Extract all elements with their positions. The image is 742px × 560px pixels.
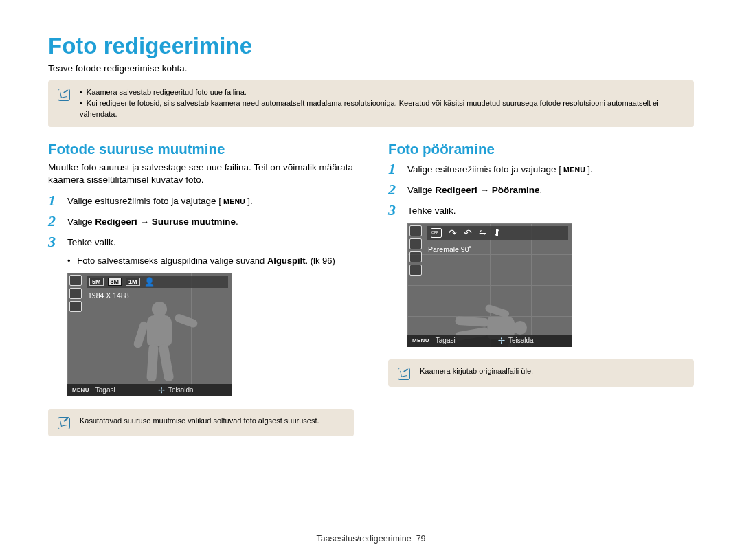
top-note-item: Kui redigeerite fotosid, siis salvestab …	[80, 98, 684, 120]
flip-horizontal-icon	[479, 227, 486, 238]
step-number: 2	[388, 182, 401, 197]
menu-chip: MENU	[561, 165, 587, 175]
effect-icon	[69, 301, 82, 312]
step-text: Valige esitusrežiimis foto ja vajutage […	[67, 193, 253, 208]
page-title: Foto redigeerimine	[48, 33, 694, 59]
resize-note-text: Kasutatavad suuruse muutmise valikud sõl…	[80, 416, 319, 429]
lcd-left-icons	[67, 273, 84, 396]
top-note-item: Kaamera salvestab redigeeritud foto uue …	[80, 87, 684, 98]
camera-screen-resize: 5M 3M 1M 👤 1984 X 1488 MENU Tagasi ✢ Tei…	[67, 273, 232, 396]
lcd-bottom-bar: MENU Tagasi ✢ Teisalda	[407, 335, 572, 347]
menu-chip: MENU	[70, 387, 91, 393]
note-icon	[58, 417, 70, 429]
camera-screen-rotate: Paremale 90˚ MENU Tagasi ✢ Teisalda	[407, 223, 572, 347]
lcd-bottom-bar: MENU Tagasi ✢ Teisalda	[67, 384, 232, 396]
top-note-list: Kaamera salvestab redigeeritud foto uue …	[80, 87, 684, 120]
size-chip-5m: 5M	[89, 278, 104, 286]
play-icon	[409, 225, 422, 236]
crop-icon	[409, 265, 422, 276]
flip-vertical-icon	[492, 229, 502, 236]
col-rotate: Foto pööramine 1 Valige esitusrežiimis f…	[388, 141, 694, 436]
resize-note-box: Kasutatavad suuruse muutmise valikud sõl…	[48, 409, 354, 436]
steps-rotate: 1 Valige esitusrežiimis foto ja vajutage…	[388, 161, 694, 218]
size-options-row: 5M 3M 1M 👤	[87, 276, 228, 288]
page-subtitle: Teave fotode redigeerimise kohta.	[48, 63, 694, 74]
page-footer: Taasesitus/redigeerimine 79	[0, 534, 742, 544]
clock-icon	[69, 288, 82, 299]
off-icon	[409, 238, 422, 249]
rotate-right-icon	[449, 227, 457, 238]
menu-chip: MENU	[221, 197, 247, 207]
move-label: Teisalda	[508, 337, 534, 344]
note-icon	[398, 368, 410, 380]
step-number: 1	[48, 193, 60, 208]
rotate-options-row	[427, 226, 568, 240]
step-number: 2	[48, 214, 60, 229]
step-text: Tehke valik.	[407, 203, 456, 218]
step-text: Valige esitusrežiimis foto ja vajutage […	[407, 161, 593, 177]
step-text: Valige Redigeeri → Suuruse muutmine.	[67, 214, 238, 229]
dpad-icon: ✢	[498, 336, 505, 346]
rotate-off-icon	[431, 228, 442, 238]
size-chip-3m: 3M	[108, 278, 122, 286]
note-icon	[58, 89, 70, 101]
back-label: Tagasi	[436, 337, 456, 344]
section-heading-rotate: Foto pööramine	[388, 141, 694, 157]
col-resize: Fotode suuruse muutmine Muutke foto suur…	[48, 141, 354, 436]
rotate-left-icon	[464, 227, 472, 238]
move-label: Teisalda	[168, 386, 194, 394]
resolution-value: 1984 X 1488	[88, 291, 129, 300]
section-desc-resize: Muutke foto suurust ja salvestage see uu…	[48, 161, 354, 186]
step-text: Tehke valik.	[67, 234, 116, 249]
lcd-left-icons	[407, 223, 424, 347]
footer-section: Taasesitus/redigeerimine	[316, 534, 411, 544]
footer-page-number: 79	[416, 534, 426, 544]
rotate-note-box: Kaamera kirjutab originaalfaili üle.	[388, 359, 694, 387]
sub-bullet: Foto salvestamiseks alguspildina valige …	[74, 255, 354, 267]
step-number: 3	[48, 234, 60, 249]
step-number: 3	[388, 203, 401, 218]
top-note-box: Kaamera salvestab redigeeritud foto uue …	[48, 80, 694, 127]
back-label: Tagasi	[95, 386, 115, 394]
step-number: 1	[388, 161, 401, 177]
play-icon	[69, 275, 82, 286]
section-heading-resize: Fotode suuruse muutmine	[48, 141, 354, 157]
step-text: Valige Redigeeri → Pööramine.	[407, 182, 542, 197]
rotate-value: Paremale 90˚	[428, 245, 471, 254]
steps-resize: 1 Valige esitusrežiimis foto ja vajutage…	[48, 193, 354, 249]
dpad-icon: ✢	[158, 385, 165, 395]
rotate-note-text: Kaamera kirjutab originaalfaili üle.	[420, 366, 533, 380]
size-chip-1m: 1M	[126, 278, 140, 286]
person-icon: 👤	[144, 277, 155, 287]
person-silhouette	[135, 302, 183, 384]
menu-chip: MENU	[410, 337, 431, 344]
effect-icon	[409, 251, 422, 262]
